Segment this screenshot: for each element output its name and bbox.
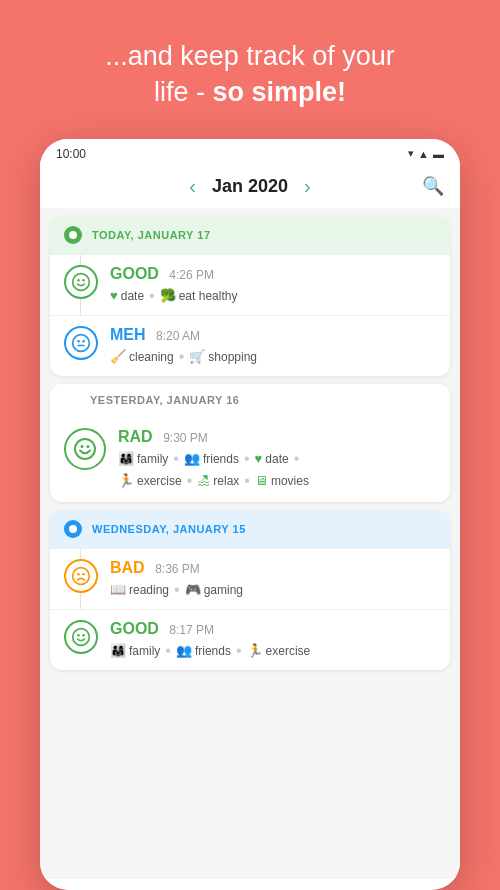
tag-cleaning-label: cleaning (129, 350, 174, 364)
wednesday-dot (64, 520, 82, 538)
month-nav: ‹ Jan 2020 › 🔍 (40, 165, 460, 208)
tag-family2-label: family (129, 644, 160, 658)
friends-icon: 👥 (184, 451, 200, 466)
yesterday-header: YESTERDAY, JANUARY 16 (50, 384, 450, 416)
bad-mood-line: BAD 8:36 PM (110, 559, 436, 577)
tag-date2: ♥ date (255, 451, 289, 466)
wednesday-card: WEDNESDAY, JANUARY 15 BAD 8:36 PM (50, 510, 450, 670)
meh-label: MEH (110, 326, 146, 343)
today-label: TODAY, JANUARY 17 (92, 229, 211, 241)
battery-icon: ▬ (433, 148, 444, 160)
header-line1: ...and keep track of your (105, 38, 395, 74)
tag-gaming: 🎮 gaming (185, 582, 243, 597)
heart-icon2: ♥ (255, 451, 263, 466)
cleaning-icon: 🧹 (110, 349, 126, 364)
today-header: TODAY, JANUARY 17 (50, 216, 450, 254)
next-month-button[interactable]: › (304, 175, 311, 198)
svg-point-14 (77, 634, 80, 637)
entry-good-wed: GOOD 8:17 PM 👨‍👩‍👧 family • 👥 friends (50, 609, 450, 670)
gaming-icon: 🎮 (185, 582, 201, 597)
meh-time: 8:20 AM (156, 329, 200, 343)
tag-exercise-label: exercise (137, 474, 182, 488)
tag-reading-label: reading (129, 583, 169, 597)
tag-exercise2-label: exercise (266, 644, 311, 658)
today-dot-inner (69, 231, 77, 239)
svg-point-10 (73, 568, 90, 585)
bad-label: BAD (110, 559, 145, 576)
good-wed-label: GOOD (110, 620, 159, 637)
today-dot (64, 226, 82, 244)
good-mood-icon-wed (64, 620, 98, 654)
entry-good-today: GOOD 4:26 PM ♥ date • 🥦 eat healthy (50, 254, 450, 315)
rad-time: 9:30 PM (163, 431, 208, 445)
month-title: Jan 2020 (212, 176, 288, 197)
good-wed-mood-line: GOOD 8:17 PM (110, 620, 436, 638)
yesterday-label: YESTERDAY, JANUARY 16 (90, 394, 239, 406)
header-section: ...and keep track of your life - so simp… (75, 0, 425, 139)
tag-exercise2: 🏃 exercise (247, 643, 311, 658)
tag-relax-label: relax (213, 474, 239, 488)
tag-eat-healthy-label: eat healthy (179, 289, 238, 303)
family-icon2: 👨‍👩‍👧 (110, 643, 126, 658)
tag-friends2-label: friends (195, 644, 231, 658)
tag-exercise: 🏃 exercise (118, 473, 182, 488)
svg-point-0 (73, 274, 90, 291)
tag-date2-label: date (265, 452, 288, 466)
exercise-icon: 🏃 (118, 473, 134, 488)
svg-point-4 (77, 340, 80, 343)
bad-tags: 📖 reading • 🎮 gaming (110, 581, 436, 599)
svg-point-12 (82, 573, 85, 576)
prev-month-button[interactable]: ‹ (189, 175, 196, 198)
svg-point-5 (82, 340, 85, 343)
status-time: 10:00 (56, 147, 86, 161)
tag-dot2: • (179, 348, 185, 366)
tag-family2: 👨‍👩‍👧 family (110, 643, 160, 658)
tag-family: 👨‍👩‍👧 family (118, 451, 168, 466)
rad-mood-line: RAD 9:30 PM (118, 428, 436, 446)
tag-friends: 👥 friends (184, 451, 239, 466)
svg-point-7 (75, 439, 95, 459)
svg-point-11 (77, 573, 80, 576)
search-button[interactable]: 🔍 (422, 175, 444, 197)
entry-rad: RAD 9:30 PM 👨‍👩‍👧 family • 👥 friends (50, 416, 450, 502)
meh-entry-content: MEH 8:20 AM 🧹 cleaning • 🛒 shopping (110, 326, 436, 366)
exercise-icon2: 🏃 (247, 643, 263, 658)
good-tags: ♥ date • 🥦 eat healthy (110, 287, 436, 305)
wifi-icon: ▾ (408, 147, 414, 160)
entry-meh-today: MEH 8:20 AM 🧹 cleaning • 🛒 shopping (50, 315, 450, 376)
good-mood-icon (64, 265, 98, 299)
good-mood-line: GOOD 4:26 PM (110, 265, 436, 283)
yesterday-card: YESTERDAY, JANUARY 16 RAD 9:30 PM (50, 384, 450, 502)
svg-point-8 (81, 445, 84, 448)
tag-dot: • (149, 287, 155, 305)
tag-cleaning: 🧹 cleaning (110, 349, 174, 364)
tag-shopping-label: shopping (208, 350, 257, 364)
good-wed-time: 8:17 PM (169, 623, 214, 637)
svg-point-13 (73, 629, 90, 646)
reading-icon: 📖 (110, 582, 126, 597)
family-icon: 👨‍👩‍👧 (118, 451, 134, 466)
bad-entry-content: BAD 8:36 PM 📖 reading • 🎮 gaming (110, 559, 436, 599)
bad-mood-icon (64, 559, 98, 593)
good-wed-tags: 👨‍👩‍👧 family • 👥 friends • 🏃 exercise (110, 642, 436, 660)
header-line2-bold: so simple! (212, 77, 346, 107)
today-card: TODAY, JANUARY 17 GOOD 4:26 PM (50, 216, 450, 376)
svg-point-3 (73, 335, 90, 352)
rad-tags-row2: 🏃 exercise • 🏖 relax • 🖥 movies (118, 472, 436, 490)
entry-bad: BAD 8:36 PM 📖 reading • 🎮 gaming (50, 548, 450, 609)
wednesday-header: WEDNESDAY, JANUARY 15 (50, 510, 450, 548)
tag-movies: 🖥 movies (255, 473, 309, 488)
svg-point-2 (82, 279, 85, 282)
svg-point-9 (87, 445, 90, 448)
wednesday-label: WEDNESDAY, JANUARY 15 (92, 523, 246, 535)
wednesday-dot-inner (69, 525, 77, 533)
rad-label: RAD (118, 428, 153, 445)
scroll-content: TODAY, JANUARY 17 GOOD 4:26 PM (40, 208, 460, 879)
relax-icon: 🏖 (197, 473, 210, 488)
good-entry-content: GOOD 4:26 PM ♥ date • 🥦 eat healthy (110, 265, 436, 305)
status-bar: 10:00 ▾ ▲ ▬ (40, 139, 460, 165)
meh-tags: 🧹 cleaning • 🛒 shopping (110, 348, 436, 366)
rad-mood-icon (64, 428, 106, 470)
cart-icon: 🛒 (189, 349, 205, 364)
rad-tags-row1: 👨‍👩‍👧 family • 👥 friends • ♥ date (118, 450, 436, 468)
